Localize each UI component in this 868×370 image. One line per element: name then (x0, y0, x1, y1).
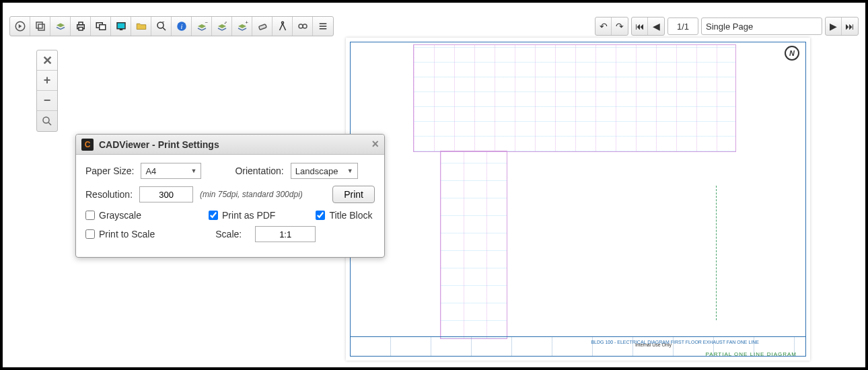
layers-icon[interactable] (30, 17, 50, 36)
svg-line-29 (48, 122, 51, 125)
zoom-toolbar: ✕ + − (36, 50, 58, 132)
print-settings-dialog: C CADViewer - Print Settings × Paper Siz… (75, 134, 385, 258)
print-to-scale-checkbox[interactable]: Print to Scale (85, 229, 155, 239)
floorplan-main (413, 44, 736, 152)
svg-line-22 (283, 24, 286, 30)
title-block-main: BLDG 100 - ELECTRICAL DIAGRAM FIRST FLOO… (591, 340, 759, 345)
print-button[interactable]: Print (332, 186, 375, 203)
folder-open-icon[interactable] (131, 17, 151, 36)
drawing-canvas[interactable]: PARTIAL ONE LINE DIAGRAM N Internal Use … (346, 38, 810, 361)
close-icon[interactable]: × (371, 137, 379, 151)
dialog-titlebar[interactable]: C CADViewer - Print Settings × (76, 135, 384, 155)
navigate-icon[interactable] (10, 17, 30, 36)
svg-point-23 (299, 24, 303, 28)
svg-point-16 (224, 23, 225, 24)
resolution-input[interactable] (139, 186, 193, 202)
svg-line-21 (279, 24, 283, 30)
print-icon[interactable] (71, 17, 91, 36)
print-to-scale-checkbox-input[interactable] (85, 229, 95, 239)
window-icon[interactable] (91, 17, 111, 36)
grayscale-checkbox-input[interactable] (85, 211, 95, 220)
scale-label: Scale: (215, 229, 242, 239)
svg-rect-8 (117, 23, 125, 29)
resolution-label: Resolution: (85, 189, 133, 200)
floorplan-wing (440, 151, 507, 339)
title-block-checkbox-input[interactable] (316, 211, 325, 220)
zoom-text-icon[interactable]: T (151, 17, 172, 36)
layout-select[interactable]: Single Page (701, 17, 822, 35)
svg-rect-9 (119, 29, 122, 30)
svg-point-24 (303, 24, 307, 28)
compass-tool-icon[interactable] (273, 17, 293, 36)
one-line-legend (716, 186, 790, 320)
dialog-title: CADViewer - Print Settings (99, 139, 219, 150)
svg-point-20 (281, 22, 283, 24)
north-compass-icon: N (785, 46, 799, 61)
svg-point-28 (43, 117, 49, 123)
app-logo-icon: C (81, 139, 94, 151)
first-page-icon[interactable]: ⏮ (632, 17, 648, 35)
svg-rect-19 (258, 24, 266, 30)
svg-text:T: T (161, 21, 164, 25)
svg-rect-1 (36, 22, 42, 28)
layers2-icon[interactable] (50, 17, 71, 36)
stack-plus-icon[interactable]: + (232, 17, 252, 36)
info-icon[interactable]: i (172, 17, 192, 36)
svg-rect-7 (99, 25, 105, 30)
page-indicator: 1/1 (667, 17, 698, 35)
paper-size-select[interactable]: A4 (141, 163, 201, 179)
title-block: Internal Use Only BLDG 100 - ELECTRICAL … (350, 336, 806, 357)
orientation-label: Orientation: (235, 165, 283, 176)
stack-minus-icon[interactable]: − (192, 17, 212, 36)
resolution-hint: (min 75dpi, standard 300dpi) (200, 190, 303, 199)
print-as-pdf-checkbox-input[interactable] (209, 211, 218, 220)
screen-icon[interactable] (111, 17, 131, 36)
svg-rect-2 (38, 24, 44, 30)
orientation-select[interactable]: Landscape (291, 163, 358, 179)
title-block-checkbox[interactable]: Title Block (316, 210, 372, 221)
grayscale-label: Grayscale (99, 210, 141, 221)
next-page-icon[interactable]: ▶ (826, 17, 842, 35)
svg-line-11 (163, 28, 166, 30)
title-block-label: Title Block (329, 210, 372, 221)
svg-rect-4 (79, 22, 83, 25)
main-toolbar: T i − + (9, 16, 334, 36)
page-nav-toolbar: ↶ ↷ ⏮ ◀ 1/1 Single Page ▶ ⏭ (595, 16, 859, 36)
redo-icon[interactable]: ↷ (612, 17, 628, 35)
undo-icon[interactable]: ↶ (595, 17, 612, 35)
last-page-icon[interactable]: ⏭ (842, 17, 858, 35)
svg-text:+: + (245, 20, 248, 26)
paper-size-label: Paper Size: (85, 165, 134, 176)
zoom-extents-icon[interactable]: ✕ (37, 50, 57, 71)
link-icon[interactable] (293, 17, 313, 36)
svg-text:i: i (180, 23, 182, 30)
menu-icon[interactable] (313, 17, 333, 36)
scale-input[interactable] (255, 226, 316, 242)
grayscale-checkbox[interactable]: Grayscale (85, 210, 141, 221)
zoom-window-icon[interactable] (37, 111, 57, 131)
eraser-icon[interactable] (252, 17, 273, 36)
stack-dots-icon[interactable] (212, 17, 232, 36)
print-as-pdf-label: Print as PDF (222, 210, 275, 221)
svg-rect-5 (79, 28, 83, 31)
svg-point-17 (225, 22, 227, 23)
zoom-in-icon[interactable]: + (37, 71, 57, 91)
print-as-pdf-checkbox[interactable]: Print as PDF (209, 210, 275, 221)
prev-page-icon[interactable]: ◀ (648, 17, 664, 35)
svg-text:−: − (205, 20, 208, 26)
print-to-scale-label: Print to Scale (99, 229, 155, 239)
zoom-out-icon[interactable]: − (37, 91, 57, 111)
